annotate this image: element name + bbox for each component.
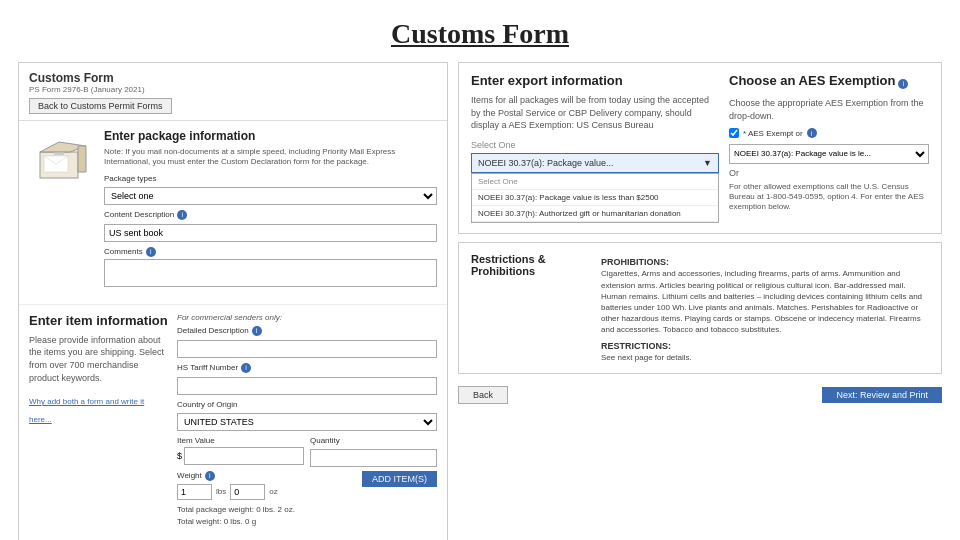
aes-exempt-checkbox-row: * AES Exempt or i xyxy=(729,128,929,138)
aes-note: For other allowed exemptions call the U.… xyxy=(729,182,929,213)
restrictions-section: Restrictions & Prohibitions PROHIBITIONS… xyxy=(458,242,942,375)
select-one-label: Select One xyxy=(471,140,719,150)
left-top-bar: Customs Form PS Form 2976-B (January 202… xyxy=(19,63,447,121)
dropdown-chevron-icon: ▼ xyxy=(703,158,712,168)
export-section-desc: Items for all packages will be from toda… xyxy=(471,94,719,132)
item-section-desc: Please provide information about the ite… xyxy=(29,334,169,384)
package-illustration xyxy=(32,132,92,182)
comments-label: Comments i xyxy=(104,247,437,257)
country-origin-group: Country of Origin UNITED STATES xyxy=(177,400,437,431)
prohibitions-text: Cigarettes, Arms and accessories, includ… xyxy=(601,268,929,335)
restrictions-text: See next page for details. xyxy=(601,352,929,363)
package-note: Note: If you mail non-documents at a sim… xyxy=(104,147,437,168)
item-section-title: Enter item information xyxy=(29,313,169,328)
weight-lbs-input[interactable] xyxy=(177,484,212,500)
export-right: Choose an AES Exemption i Choose the app… xyxy=(729,73,929,223)
item-desc-group: Detailed Description i xyxy=(177,326,437,358)
package-type-group: Package types Select one xyxy=(104,174,437,205)
content-desc-group: Content Description i xyxy=(104,210,437,242)
package-info-title: Enter package information xyxy=(104,129,437,143)
item-section: Enter item information Please provide in… xyxy=(19,305,447,540)
export-section-title: Enter export information xyxy=(471,73,719,88)
right-panel: Enter export information Items for all p… xyxy=(458,62,942,540)
left-panel-title: Customs Form xyxy=(29,71,437,85)
hs-tariff-label: HS Tariff Number i xyxy=(177,363,437,373)
item-value-label: Item Value xyxy=(177,436,304,445)
lbs-unit: lbs xyxy=(216,487,226,496)
export-left: Enter export information Items for all p… xyxy=(471,73,719,223)
weight-label: Weight i xyxy=(177,471,362,481)
quantity-group: Quantity xyxy=(310,436,437,467)
item-right-col: For commercial senders only: Detailed De… xyxy=(177,313,437,526)
item-desc-input[interactable] xyxy=(177,340,437,358)
aes-exempt-info-icon[interactable]: i xyxy=(807,128,817,138)
noeei-option-2[interactable]: NOEEI 30.37(a): Package value is less th… xyxy=(472,190,718,206)
restrictions-right: PROHIBITIONS: Cigarettes, Arms and acces… xyxy=(601,253,929,364)
noeei-option-3[interactable]: NOEEI 30.37(h): Authorized gift or human… xyxy=(472,206,718,222)
prohibitions-title: PROHIBITIONS: xyxy=(601,256,929,269)
bottom-actions: Back Next: Review and Print xyxy=(458,386,942,404)
weight-inputs-row: lbs oz xyxy=(177,484,362,500)
weight-oz-input[interactable] xyxy=(230,484,265,500)
aes-exempt-checkbox[interactable] xyxy=(729,128,739,138)
svg-rect-2 xyxy=(54,152,64,155)
svg-marker-4 xyxy=(78,146,86,172)
item-value-input[interactable] xyxy=(184,447,304,465)
content-desc-label: Content Description i xyxy=(104,210,437,220)
hs-tariff-input[interactable] xyxy=(177,377,437,395)
item-left-col: Enter item information Please provide in… xyxy=(29,313,169,526)
dollar-sign: $ xyxy=(177,451,182,461)
back-button[interactable]: Back xyxy=(458,386,508,404)
weight-info-icon[interactable]: i xyxy=(205,471,215,481)
comments-textarea[interactable] xyxy=(104,259,437,287)
export-top: Enter export information Items for all p… xyxy=(471,73,929,223)
restrictions-left: Restrictions & Prohibitions xyxy=(471,253,591,364)
item-header: Enter item information Please provide in… xyxy=(29,313,437,526)
hs-tariff-group: HS Tariff Number i xyxy=(177,363,437,395)
item-value-group: Item Value $ xyxy=(177,436,304,467)
why-add-link[interactable]: Why add both a form and write it here... xyxy=(29,397,144,424)
next-review-print-button[interactable]: Next: Review and Print xyxy=(822,387,942,403)
oz-unit: oz xyxy=(269,487,277,496)
page-title: Customs Form xyxy=(0,18,960,50)
quantity-label: Quantity xyxy=(310,436,437,445)
left-panel: Customs Form PS Form 2976-B (January 202… xyxy=(18,62,448,540)
aes-exempt-label: * AES Exempt or xyxy=(743,129,803,138)
left-panel-subtitle: PS Form 2976-B (January 2021) xyxy=(29,85,437,94)
restrictions-title: Restrictions & Prohibitions xyxy=(471,253,591,277)
commercial-label: For commercial senders only: xyxy=(177,313,437,322)
noeei-option-1[interactable]: Select One xyxy=(472,174,718,190)
restrictions-subtitle: RESTRICTIONS: xyxy=(601,340,929,353)
add-items-button[interactable]: ADD ITEM(S) xyxy=(362,471,437,487)
aes-title: Choose an AES Exemption xyxy=(729,73,895,88)
restrictions-box: Restrictions & Prohibitions PROHIBITIONS… xyxy=(471,253,929,364)
content-desc-info-icon[interactable]: i xyxy=(177,210,187,220)
country-origin-label: Country of Origin xyxy=(177,400,437,409)
or-text: Or xyxy=(729,168,929,178)
item-desc-label: Detailed Description i xyxy=(177,326,437,336)
hs-tariff-info-icon[interactable]: i xyxy=(241,363,251,373)
value-quantity-row: Item Value $ Quantity xyxy=(177,436,437,467)
aes-select[interactable]: NOEEI 30.37(a): Package value is le... xyxy=(729,144,929,164)
quantity-input[interactable] xyxy=(310,449,437,467)
comments-info-icon[interactable]: i xyxy=(146,247,156,257)
country-origin-select[interactable]: UNITED STATES xyxy=(177,413,437,431)
package-type-label: Package types xyxy=(104,174,437,183)
package-image xyxy=(29,129,94,184)
package-type-select[interactable]: Select one xyxy=(104,187,437,205)
total-package-weight: Total package weight: 0 lbs. 2 oz. xyxy=(177,505,437,514)
aes-info-icon[interactable]: i xyxy=(898,79,908,89)
package-section: Enter package information Note: If you m… xyxy=(19,121,447,305)
main-content: Customs Form PS Form 2976-B (January 202… xyxy=(0,62,960,540)
noeei-dropdown-selected[interactable]: NOEEI 30.37(a): Package value... ▼ xyxy=(471,153,719,173)
content-desc-input[interactable] xyxy=(104,224,437,242)
back-to-permit-forms-button[interactable]: Back to Customs Permit Forms xyxy=(29,98,172,114)
page-header: Customs Form xyxy=(0,0,960,62)
total-weight-line2: Total weight: 0 lbs. 0 g xyxy=(177,517,437,526)
noeei-dropdown-area: Select One NOEEI 30.37(a): Package value… xyxy=(471,140,719,223)
item-desc-info-icon[interactable]: i xyxy=(252,326,262,336)
noeei-dropdown-options: Select One NOEEI 30.37(a): Package value… xyxy=(471,173,719,223)
aes-desc: Choose the appropriate AES Exemption fro… xyxy=(729,97,929,122)
export-section: Enter export information Items for all p… xyxy=(458,62,942,234)
comments-group: Comments i xyxy=(104,247,437,291)
